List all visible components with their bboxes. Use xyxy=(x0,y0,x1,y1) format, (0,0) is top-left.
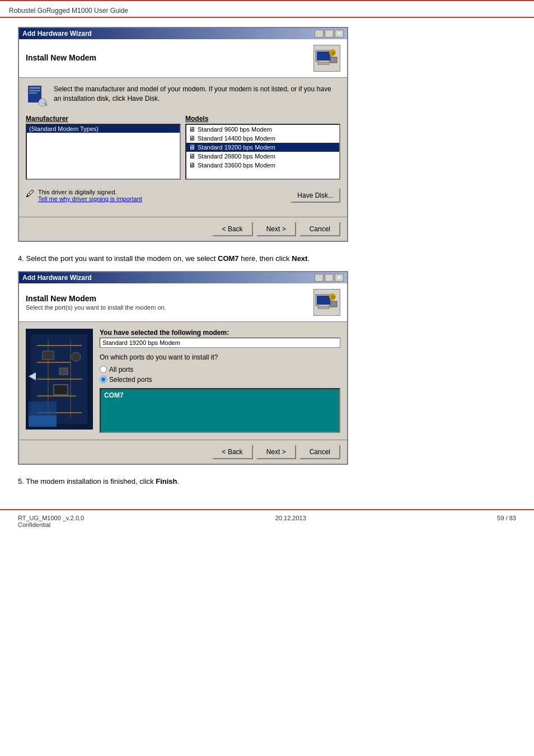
wizard1-cancel-btn[interactable]: Cancel xyxy=(299,222,340,236)
wizard2-radio-group: All ports Selected ports xyxy=(100,366,340,384)
wizard2-section-subtitle: Select the port(s) you want to install t… xyxy=(26,304,166,311)
wizard1-maximize-btn[interactable]: □ xyxy=(325,30,334,38)
wizard1-title: Add Hardware Wizard xyxy=(22,30,92,38)
wizard2-next-btn[interactable]: Next > xyxy=(256,445,296,459)
svg-rect-6 xyxy=(330,57,337,63)
wizard1-model-item-4[interactable]: 🖥 Standard 28800 bps Modem xyxy=(186,152,339,161)
wizard1-model-text-2: Standard 14400 bps Modem xyxy=(198,135,275,142)
svg-rect-19 xyxy=(330,301,337,307)
wizard1-window: Add Hardware Wizard _ □ ✕ Install New Mo… xyxy=(18,27,348,242)
top-rule xyxy=(0,0,534,1)
wizard1-manufacturer-item-selected[interactable]: (Standard Modem Types) xyxy=(27,125,180,133)
model-icon-1: 🖥 xyxy=(189,125,195,133)
svg-rect-2 xyxy=(319,60,328,63)
wizard2-selected-label: You have selected the following modem: xyxy=(100,329,340,337)
svg-text:⚙: ⚙ xyxy=(331,295,335,300)
wizard1-have-disk-btn[interactable]: Have Disk... xyxy=(291,188,340,203)
footer-left: RT_UG_M1000 _v.2.0.0 Confidential xyxy=(18,515,84,528)
wizard2-left-image xyxy=(26,329,93,430)
svg-point-32 xyxy=(72,352,81,361)
svg-rect-15 xyxy=(319,305,328,307)
step4-bold-next: Next xyxy=(292,254,307,263)
step5-instruction: 5. The modem installation is finished, c… xyxy=(18,476,516,487)
step4-text2: here, then click xyxy=(241,254,289,263)
wizard2-com-list[interactable]: COM7 xyxy=(100,388,340,433)
svg-rect-14 xyxy=(317,296,330,305)
wizard1-intro-text: Select the manufacturer and model of you… xyxy=(54,85,340,104)
step5-text: The modem installation is finished, clic… xyxy=(26,477,153,486)
wizard2-all-ports-label: All ports xyxy=(109,366,133,374)
step4-instruction: 4. Select the port you want to install t… xyxy=(18,253,516,264)
wizard1-close-btn[interactable]: ✕ xyxy=(335,30,344,38)
wizard2-footer: < Back Next > Cancel xyxy=(19,440,347,464)
wizard2-selected-model: Standard 19200 bps Modem xyxy=(100,338,340,348)
model-icon-3: 🖥 xyxy=(189,143,195,151)
wizard1-intro-icon: 🔍 xyxy=(26,85,48,107)
wizard1-back-btn[interactable]: < Back xyxy=(212,222,253,236)
footer-left2: Confidential xyxy=(18,521,84,528)
svg-rect-3 xyxy=(318,63,329,64)
wizard1-minimize-btn[interactable]: _ xyxy=(315,30,324,38)
wizard1-models-container: Models 🖥 Standard 9600 bps Modem 🖥 Stand… xyxy=(185,115,340,180)
driver-signing-icon: 🖊 xyxy=(26,189,35,199)
wizard1-model-text-4: Standard 28800 bps Modem xyxy=(198,153,275,160)
wizard1-model-item-5[interactable]: 🖥 Standard 33600 bps Modem xyxy=(186,161,339,170)
wizard1-icon: ⚙ xyxy=(313,45,340,72)
wizard2-selected-ports-label: Selected ports xyxy=(109,376,152,384)
wizard1-footer: < Back Next > Cancel xyxy=(19,217,347,241)
wizard1-models-label: Models xyxy=(185,115,340,123)
wizard1-header: Install New Modem ⚙ xyxy=(19,39,347,78)
wizard1-model-item-1[interactable]: 🖥 Standard 9600 bps Modem xyxy=(186,125,339,134)
wizard1-model-text-5: Standard 33600 bps Modem xyxy=(198,162,275,169)
step4-number: 4. xyxy=(18,254,24,263)
wizard1-driver-row: 🖊 This driver is digitally signed. Tell … xyxy=(26,184,340,207)
wizard1-titlebar-buttons: _ □ ✕ xyxy=(315,30,344,38)
wizard1-model-item-3[interactable]: 🖥 Standard 19200 bps Modem xyxy=(186,143,339,152)
svg-rect-9 xyxy=(29,90,40,91)
wizard1-models-list[interactable]: 🖥 Standard 9600 bps Modem 🖥 Standard 144… xyxy=(185,124,340,180)
svg-rect-16 xyxy=(318,307,329,309)
wizard1-manufacturer-list[interactable]: (Standard Modem Types) xyxy=(26,124,181,180)
svg-text:🔍: 🔍 xyxy=(40,99,47,106)
wizard1-model-item-2[interactable]: 🖥 Standard 14400 bps Modem xyxy=(186,134,339,143)
wizard1-list-row: Manufacturer (Standard Modem Types) Mode… xyxy=(26,115,340,180)
wizard2-close-btn[interactable]: ✕ xyxy=(335,274,344,282)
wizard1-header-text: Install New Modem xyxy=(26,53,96,63)
step4-text: Select the port you want to install the … xyxy=(26,254,216,263)
wizard1-manufacturer-selected-text: (Standard Modem Types) xyxy=(29,125,99,132)
wizard2-selected-ports-radio[interactable] xyxy=(100,376,107,383)
wizard2-all-ports-option[interactable]: All ports xyxy=(100,366,340,374)
wizard2-right-content: You have selected the following modem: S… xyxy=(100,329,340,433)
wizard1-model-text-1: Standard 9600 bps Modem xyxy=(198,126,272,133)
model-icon-5: 🖥 xyxy=(189,161,195,169)
doc-body: Add Hardware Wizard _ □ ✕ Install New Mo… xyxy=(0,27,534,487)
wizard1-next-btn[interactable]: Next > xyxy=(256,222,296,236)
wizard2-com-item[interactable]: COM7 xyxy=(104,391,336,400)
step5-bold-finish: Finish xyxy=(156,477,177,486)
wizard2-cancel-btn[interactable]: Cancel xyxy=(299,445,340,459)
wizard2-back-btn[interactable]: < Back xyxy=(212,445,253,459)
wizard1-intro: 🔍 Select the manufacturer and model of y… xyxy=(26,85,340,107)
wizard2-header-text: Install New Modem Select the port(s) you… xyxy=(26,294,166,311)
model-icon-2: 🖥 xyxy=(189,134,195,142)
wizard1-manufacturer-label: Manufacturer xyxy=(26,115,181,123)
wizard1-driver-link[interactable]: Tell me why driver signing is important xyxy=(38,195,142,202)
wizard2-titlebar-buttons: _ □ ✕ xyxy=(315,274,344,282)
wizard2-selected-ports-option[interactable]: Selected ports xyxy=(100,376,340,384)
step4-bold-port: COM7 xyxy=(218,254,239,263)
wizard2-all-ports-radio[interactable] xyxy=(100,366,107,373)
wizard2-section-title: Install New Modem xyxy=(26,294,166,303)
page-header: Robustel GoRugged M1000 User Guide xyxy=(0,2,534,18)
wizard2-window: Add Hardware Wizard _ □ ✕ Install New Mo… xyxy=(18,271,348,465)
wizard2-minimize-btn[interactable]: _ xyxy=(315,274,324,282)
wizard1-content: 🔍 Select the manufacturer and model of y… xyxy=(19,78,347,217)
wizard1-model-text-3: Standard 19200 bps Modem xyxy=(198,144,275,151)
wizard2-maximize-btn[interactable]: □ xyxy=(325,274,334,282)
svg-rect-1 xyxy=(317,52,330,60)
model-icon-4: 🖥 xyxy=(189,152,195,160)
wizard1-driver-signing: 🖊 This driver is digitally signed. Tell … xyxy=(26,189,142,202)
wizard1-intro-content: Select the manufacturer and model of you… xyxy=(54,85,331,102)
wizard2-icon: ⚙ xyxy=(313,289,340,316)
wizard1-driver-text-container: This driver is digitally signed. Tell me… xyxy=(38,189,142,202)
wizard2-title: Add Hardware Wizard xyxy=(22,274,92,282)
